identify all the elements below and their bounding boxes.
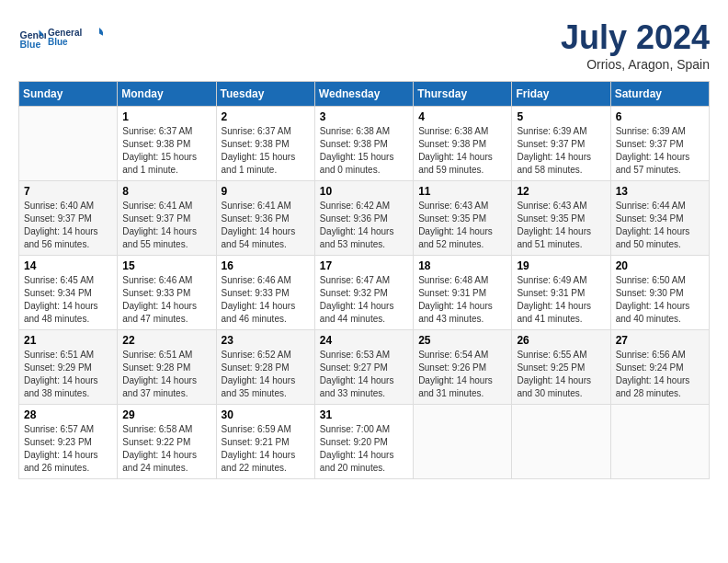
day-info: Sunrise: 6:46 AMSunset: 9:33 PMDaylight:… — [222, 274, 310, 326]
logo: General Blue General Blue — [18, 18, 103, 55]
calendar-cell: 7Sunrise: 6:40 AMSunset: 9:37 PMDaylight… — [19, 181, 118, 256]
day-number: 2 — [222, 110, 310, 123]
calendar-cell — [610, 405, 709, 479]
day-info: Sunrise: 6:41 AMSunset: 9:36 PMDaylight:… — [222, 200, 310, 251]
calendar-cell: 5Sunrise: 6:39 AMSunset: 9:37 PMDaylight… — [512, 107, 610, 181]
calendar-cell: 19Sunrise: 6:49 AMSunset: 9:31 PMDayligh… — [512, 256, 610, 330]
day-number: 24 — [320, 334, 408, 347]
day-info: Sunrise: 6:47 AMSunset: 9:32 PMDaylight:… — [320, 274, 408, 326]
calendar-cell: 1Sunrise: 6:37 AMSunset: 9:38 PMDaylight… — [118, 107, 216, 181]
calendar-cell: 12Sunrise: 6:43 AMSunset: 9:35 PMDayligh… — [512, 181, 610, 256]
calendar-cell: 26Sunrise: 6:55 AMSunset: 9:25 PMDayligh… — [512, 330, 610, 405]
day-info: Sunrise: 6:40 AMSunset: 9:37 PMDaylight:… — [24, 200, 112, 251]
calendar-cell: 16Sunrise: 6:46 AMSunset: 9:33 PMDayligh… — [216, 256, 314, 330]
svg-text:Blue: Blue — [48, 37, 68, 47]
calendar-cell: 13Sunrise: 6:44 AMSunset: 9:34 PMDayligh… — [610, 181, 709, 256]
header-day-thursday: Thursday — [414, 82, 512, 107]
day-number: 20 — [616, 259, 704, 272]
header-day-friday: Friday — [512, 82, 610, 107]
calendar-cell: 29Sunrise: 6:58 AMSunset: 9:22 PMDayligh… — [118, 405, 216, 479]
day-number: 31 — [320, 408, 408, 421]
calendar-cell: 15Sunrise: 6:46 AMSunset: 9:33 PMDayligh… — [118, 256, 216, 330]
day-info: Sunrise: 6:37 AMSunset: 9:38 PMDaylight:… — [122, 125, 210, 177]
calendar-cell: 18Sunrise: 6:48 AMSunset: 9:31 PMDayligh… — [414, 256, 512, 330]
calendar-table: SundayMondayTuesdayWednesdayThursdayFrid… — [18, 81, 710, 479]
day-info: Sunrise: 6:43 AMSunset: 9:35 PMDaylight:… — [517, 200, 605, 251]
day-number: 9 — [222, 185, 310, 198]
day-number: 14 — [24, 259, 112, 272]
day-info: Sunrise: 6:59 AMSunset: 9:21 PMDaylight:… — [222, 423, 310, 475]
day-info: Sunrise: 6:49 AMSunset: 9:31 PMDaylight:… — [517, 274, 605, 326]
day-number: 26 — [517, 334, 605, 347]
day-info: Sunrise: 6:41 AMSunset: 9:37 PMDaylight:… — [122, 200, 210, 251]
day-info: Sunrise: 6:38 AMSunset: 9:38 PMDaylight:… — [418, 125, 506, 177]
day-number: 23 — [222, 334, 310, 347]
header-day-sunday: Sunday — [19, 82, 118, 107]
day-number: 29 — [122, 408, 210, 421]
day-info: Sunrise: 6:58 AMSunset: 9:22 PMDaylight:… — [122, 423, 210, 475]
calendar-cell: 8Sunrise: 6:41 AMSunset: 9:37 PMDaylight… — [118, 181, 216, 256]
day-number: 21 — [24, 334, 112, 347]
logo-svg: General Blue — [48, 18, 103, 55]
header-day-tuesday: Tuesday — [216, 82, 314, 107]
calendar-cell: 27Sunrise: 6:56 AMSunset: 9:24 PMDayligh… — [610, 330, 709, 405]
day-number: 4 — [418, 110, 506, 123]
day-number: 30 — [222, 408, 310, 421]
header-day-saturday: Saturday — [610, 82, 709, 107]
svg-text:General: General — [48, 28, 82, 38]
calendar-cell: 9Sunrise: 6:41 AMSunset: 9:36 PMDaylight… — [216, 181, 314, 256]
day-number: 11 — [418, 185, 506, 198]
day-number: 19 — [517, 259, 605, 272]
page-header: General Blue General Blue July 2024 Orri… — [18, 18, 710, 72]
day-number: 25 — [418, 334, 506, 347]
calendar-week-0: 1Sunrise: 6:37 AMSunset: 9:38 PMDaylight… — [19, 107, 710, 181]
logo-icon: General Blue — [18, 23, 46, 51]
day-number: 17 — [320, 259, 408, 272]
day-number: 22 — [122, 334, 210, 347]
calendar-week-1: 7Sunrise: 6:40 AMSunset: 9:37 PMDaylight… — [19, 181, 710, 256]
calendar-cell — [512, 405, 610, 479]
day-info: Sunrise: 6:45 AMSunset: 9:34 PMDaylight:… — [24, 274, 112, 326]
day-number: 18 — [418, 259, 506, 272]
day-info: Sunrise: 7:00 AMSunset: 9:20 PMDaylight:… — [320, 423, 408, 475]
day-info: Sunrise: 6:48 AMSunset: 9:31 PMDaylight:… — [418, 274, 506, 326]
calendar-cell: 6Sunrise: 6:39 AMSunset: 9:37 PMDaylight… — [610, 107, 709, 181]
day-info: Sunrise: 6:54 AMSunset: 9:26 PMDaylight:… — [418, 349, 506, 400]
day-info: Sunrise: 6:46 AMSunset: 9:33 PMDaylight:… — [122, 274, 210, 326]
calendar-cell: 30Sunrise: 6:59 AMSunset: 9:21 PMDayligh… — [216, 405, 314, 479]
day-number: 3 — [320, 110, 408, 123]
calendar-cell: 25Sunrise: 6:54 AMSunset: 9:26 PMDayligh… — [414, 330, 512, 405]
day-info: Sunrise: 6:56 AMSunset: 9:24 PMDaylight:… — [616, 349, 704, 400]
calendar-week-2: 14Sunrise: 6:45 AMSunset: 9:34 PMDayligh… — [19, 256, 710, 330]
location: Orrios, Aragon, Spain — [561, 57, 710, 72]
day-number: 6 — [616, 110, 704, 123]
header-day-wednesday: Wednesday — [314, 82, 413, 107]
day-number: 27 — [616, 334, 704, 347]
calendar-cell: 3Sunrise: 6:38 AMSunset: 9:38 PMDaylight… — [314, 107, 413, 181]
calendar-cell: 22Sunrise: 6:51 AMSunset: 9:28 PMDayligh… — [118, 330, 216, 405]
calendar-cell: 28Sunrise: 6:57 AMSunset: 9:23 PMDayligh… — [19, 405, 118, 479]
day-info: Sunrise: 6:52 AMSunset: 9:28 PMDaylight:… — [222, 349, 310, 400]
calendar-week-3: 21Sunrise: 6:51 AMSunset: 9:29 PMDayligh… — [19, 330, 710, 405]
day-number: 7 — [24, 185, 112, 198]
calendar-week-4: 28Sunrise: 6:57 AMSunset: 9:23 PMDayligh… — [19, 405, 710, 479]
calendar-cell — [414, 405, 512, 479]
day-info: Sunrise: 6:43 AMSunset: 9:35 PMDaylight:… — [418, 200, 506, 251]
day-number: 1 — [122, 110, 210, 123]
day-info: Sunrise: 6:44 AMSunset: 9:34 PMDaylight:… — [616, 200, 704, 251]
calendar-cell: 21Sunrise: 6:51 AMSunset: 9:29 PMDayligh… — [19, 330, 118, 405]
calendar-cell: 4Sunrise: 6:38 AMSunset: 9:38 PMDaylight… — [414, 107, 512, 181]
header-row: SundayMondayTuesdayWednesdayThursdayFrid… — [19, 82, 710, 107]
calendar-cell: 10Sunrise: 6:42 AMSunset: 9:36 PMDayligh… — [314, 181, 413, 256]
day-info: Sunrise: 6:39 AMSunset: 9:37 PMDaylight:… — [616, 125, 704, 177]
day-number: 5 — [517, 110, 605, 123]
day-info: Sunrise: 6:42 AMSunset: 9:36 PMDaylight:… — [320, 200, 408, 251]
day-number: 28 — [24, 408, 112, 421]
calendar-cell — [19, 107, 118, 181]
day-info: Sunrise: 6:51 AMSunset: 9:29 PMDaylight:… — [24, 349, 112, 400]
day-info: Sunrise: 6:38 AMSunset: 9:38 PMDaylight:… — [320, 125, 408, 177]
calendar-cell: 31Sunrise: 7:00 AMSunset: 9:20 PMDayligh… — [314, 405, 413, 479]
calendar-cell: 17Sunrise: 6:47 AMSunset: 9:32 PMDayligh… — [314, 256, 413, 330]
svg-marker-5 — [99, 28, 103, 37]
day-info: Sunrise: 6:53 AMSunset: 9:27 PMDaylight:… — [320, 349, 408, 400]
